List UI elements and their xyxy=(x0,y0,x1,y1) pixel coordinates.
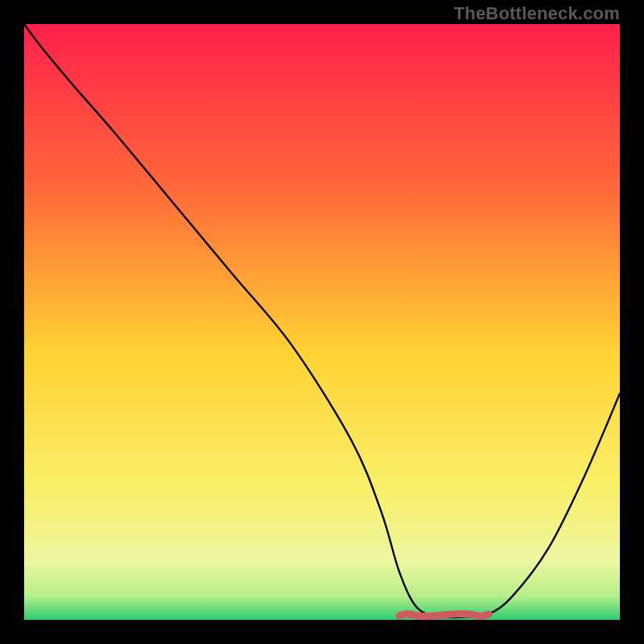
plateau-marker xyxy=(399,614,489,617)
plot-area xyxy=(24,24,620,620)
chart-frame xyxy=(24,24,620,620)
bottleneck-chart xyxy=(24,24,620,620)
attribution-text: TheBottleneck.com xyxy=(454,3,620,24)
gradient-background xyxy=(24,24,620,620)
